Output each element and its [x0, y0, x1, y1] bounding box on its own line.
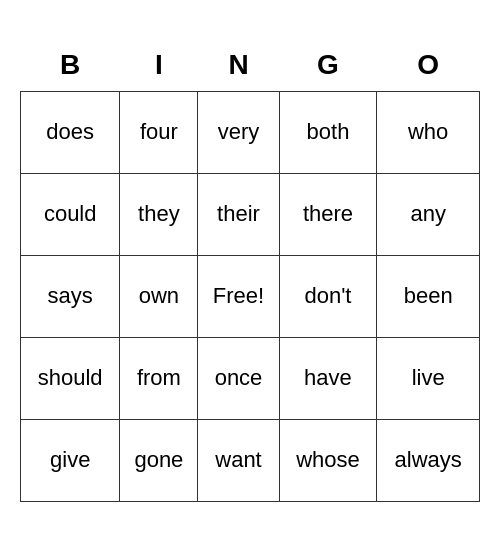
cell-r3-c2: once	[198, 337, 279, 419]
bingo-card: B I N G O doesfourverybothwhocouldtheyth…	[10, 33, 490, 512]
cell-r2-c2: Free!	[198, 255, 279, 337]
header-row: B I N G O	[21, 43, 480, 92]
table-row: couldtheytheirthereany	[21, 173, 480, 255]
col-n: N	[198, 43, 279, 92]
cell-r3-c0: should	[21, 337, 120, 419]
table-row: saysownFree!don'tbeen	[21, 255, 480, 337]
cell-r0-c4: who	[377, 91, 480, 173]
col-b: B	[21, 43, 120, 92]
cell-r0-c1: four	[120, 91, 198, 173]
cell-r0-c0: does	[21, 91, 120, 173]
cell-r1-c1: they	[120, 173, 198, 255]
cell-r4-c3: whose	[279, 419, 377, 501]
cell-r4-c1: gone	[120, 419, 198, 501]
cell-r1-c0: could	[21, 173, 120, 255]
cell-r4-c2: want	[198, 419, 279, 501]
cell-r1-c3: there	[279, 173, 377, 255]
cell-r2-c1: own	[120, 255, 198, 337]
cell-r1-c4: any	[377, 173, 480, 255]
table-row: doesfourverybothwho	[21, 91, 480, 173]
cell-r4-c4: always	[377, 419, 480, 501]
bingo-table: B I N G O doesfourverybothwhocouldtheyth…	[20, 43, 480, 502]
cell-r1-c2: their	[198, 173, 279, 255]
cell-r3-c3: have	[279, 337, 377, 419]
cell-r2-c0: says	[21, 255, 120, 337]
cell-r3-c4: live	[377, 337, 480, 419]
cell-r0-c3: both	[279, 91, 377, 173]
cell-r2-c4: been	[377, 255, 480, 337]
table-row: givegonewantwhosealways	[21, 419, 480, 501]
col-o: O	[377, 43, 480, 92]
table-row: shouldfromoncehavelive	[21, 337, 480, 419]
cell-r3-c1: from	[120, 337, 198, 419]
cell-r0-c2: very	[198, 91, 279, 173]
col-i: I	[120, 43, 198, 92]
col-g: G	[279, 43, 377, 92]
cell-r4-c0: give	[21, 419, 120, 501]
cell-r2-c3: don't	[279, 255, 377, 337]
